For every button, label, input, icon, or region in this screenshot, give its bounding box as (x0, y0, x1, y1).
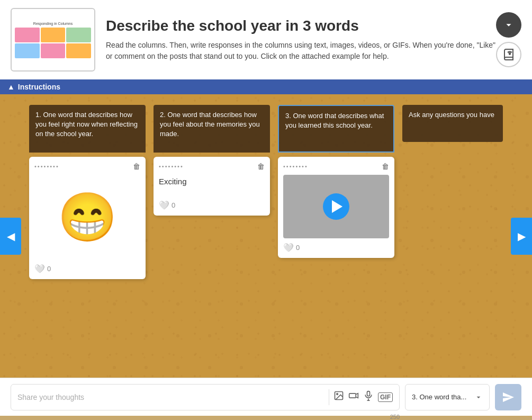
post-3-delete-button[interactable]: 🗑 (382, 162, 389, 171)
char-count: 250 (390, 414, 400, 420)
column-selector-text: 3. One word tha... (412, 393, 471, 401)
play-triangle-icon (332, 200, 342, 213)
thumb-cell-3 (66, 28, 91, 42)
post-2-likes: 0 (172, 201, 175, 209)
column-4: Ask any questions you have (402, 105, 503, 367)
chevron-down-button[interactable] (496, 12, 521, 38)
post-2-content: Exciting (159, 175, 265, 196)
post-2-footer: 🤍 0 (159, 200, 265, 210)
post-3-likes: 0 (296, 244, 300, 252)
thumb-cell-4 (15, 43, 40, 58)
post-3-footer: 🤍 0 (283, 243, 389, 253)
post-3-dots: •••••••• (283, 163, 308, 169)
column-4-title: Ask any questions you have (409, 111, 494, 119)
input-tools: GIF (333, 390, 393, 404)
nav-left-button[interactable]: ◀ (0, 218, 21, 255)
page-description: Read the columns. Then, write responses … (106, 40, 496, 62)
nav-right-button[interactable]: ▶ (511, 218, 532, 255)
post-3-like-button[interactable]: 🤍 (283, 243, 294, 253)
thumbnail-preview[interactable]: Responding in Columns (11, 8, 95, 72)
column-3-title: 3. One word that describes what you lear… (285, 112, 384, 129)
instructions-bar[interactable]: ▲ Instructions (0, 79, 532, 94)
column-3-header: 3. One word that describes what you lear… (278, 105, 394, 153)
column-1-header: 1. One word that describes how you feel … (29, 105, 146, 153)
chevron-down-icon (503, 19, 515, 31)
play-button[interactable] (323, 193, 349, 220)
send-button[interactable] (495, 384, 521, 410)
column-2-title: 2. One word that describes how you feel … (160, 111, 260, 138)
post-2-dots: •••••••• (159, 163, 184, 169)
post-1-like-button[interactable]: 🤍 (34, 264, 45, 274)
post-1-dots: •••••••• (34, 163, 59, 169)
post-1-footer: 🤍 0 (34, 264, 140, 274)
post-2-text: Exciting (159, 175, 265, 188)
post-card-3-header: •••••••• 🗑 (283, 162, 389, 171)
thumb-cell-1 (15, 28, 40, 42)
column-4-header: Ask any questions you have (402, 105, 503, 142)
share-input[interactable]: Share your thoughts (17, 393, 324, 401)
post-2-delete-button[interactable]: 🗑 (257, 162, 265, 171)
column-selector[interactable]: 3. One word tha... (405, 384, 490, 410)
columns-container: 1. One word that describes how you feel … (0, 94, 532, 378)
input-wrapper: Share your thoughts (11, 384, 400, 410)
post-1-delete-button[interactable]: 🗑 (133, 162, 140, 171)
book-audio-button[interactable] (496, 42, 521, 67)
post-card-2: •••••••• 🗑 Exciting 🤍 0 (154, 157, 270, 216)
post-card-2-header: •••••••• 🗑 (159, 162, 265, 171)
post-1-likes: 0 (47, 265, 51, 273)
right-arrow-icon: ▶ (518, 230, 526, 243)
column-1-title: 1. One word that describes how you feel … (35, 111, 138, 138)
book-audio-icon (502, 48, 515, 61)
column-2: 2. One word that describes how you feel … (154, 105, 270, 367)
header-text: Describe the school year in 3 words Read… (106, 17, 496, 62)
divider (329, 389, 329, 405)
column-selector-chevron (474, 393, 483, 401)
post-3-video[interactable] (283, 175, 389, 238)
thumb-cell-2 (41, 28, 66, 42)
thumbnail-grid (15, 28, 91, 58)
column-1: 1. One word that describes how you feel … (29, 105, 146, 367)
send-icon (502, 391, 515, 404)
post-card-3: •••••••• 🗑 🤍 0 (278, 157, 394, 258)
gif-button[interactable]: GIF (378, 392, 393, 402)
page-title: Describe the school year in 3 words (106, 17, 496, 34)
instructions-label: Instructions (18, 83, 60, 91)
header: Responding in Columns Describe the schoo… (0, 0, 532, 79)
post-3-content (283, 175, 389, 238)
left-arrow-icon: ◀ (7, 230, 15, 243)
thumb-cell-6 (66, 43, 91, 58)
svg-rect-3 (349, 394, 356, 398)
bottom-bar: Share your thoughts (0, 378, 532, 416)
post-1-content: 😁 (34, 175, 140, 260)
image-upload-button[interactable] (333, 390, 344, 404)
arrow-up-icon: ▲ (7, 83, 15, 91)
thumb-cell-5 (41, 43, 66, 58)
thumbnail-title: Responding in Columns (33, 22, 73, 25)
video-upload-button[interactable] (348, 390, 359, 404)
post-card-1-header: •••••••• 🗑 (34, 162, 140, 171)
header-icons (496, 12, 521, 67)
input-area[interactable]: Share your thoughts (11, 384, 400, 410)
post-card-1: •••••••• 🗑 😁 🤍 0 (29, 157, 146, 279)
column-2-header: 2. One word that describes how you feel … (154, 105, 270, 153)
svg-point-2 (337, 394, 338, 395)
svg-rect-4 (367, 391, 370, 396)
post-2-like-button[interactable]: 🤍 (159, 200, 169, 210)
svg-point-0 (509, 53, 510, 55)
column-3: 3. One word that describes what you lear… (278, 105, 394, 367)
post-1-emoji: 😁 (58, 190, 117, 245)
mic-button[interactable] (363, 390, 374, 404)
